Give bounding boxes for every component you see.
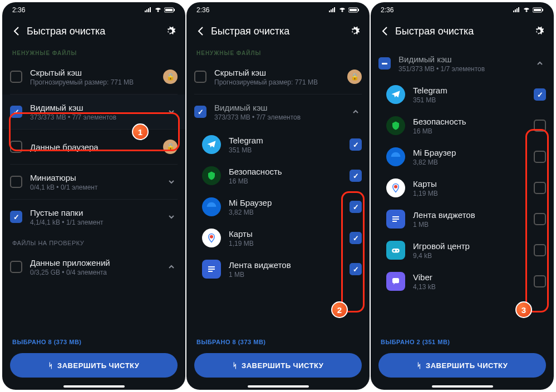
checkbox-empty[interactable] [10,211,22,223]
row-sub: Прогнозируемый размер: 771 MB [30,78,155,86]
app-row-mi-browser[interactable]: Mi Браузер3,82 MB [371,141,554,172]
back-button[interactable] [376,22,395,41]
app-row-maps[interactable]: Карты1,19 MB [371,172,554,204]
app-row-viber[interactable]: Viber4,13 kB [371,266,554,297]
app-name: Карты [229,229,342,239]
svg-rect-10 [208,271,213,272]
svg-rect-1 [165,9,173,11]
finish-button[interactable]: ᛋ ЗАВЕРШИТЬ ЧИСТКУ [10,353,178,378]
checkbox-visible-indeterminate[interactable] [378,57,391,70]
row-visible-cache[interactable]: Видимый кэш 373/373 MB • 7/7 элементов [186,95,370,129]
row-thumbnails[interactable]: Миниатюры 0/4,1 kB • 0/1 элемент [2,165,185,199]
checkbox-app[interactable] [534,88,546,101]
row-visible-cache[interactable]: Видимый кэш 373/373 MB • 7/7 элементов [2,95,185,129]
svg-rect-9 [208,269,215,270]
checkbox-app[interactable] [534,244,546,256]
app-name: Viber [413,272,526,282]
section-junk: НЕНУЖНЫЕ ФАЙЛЫ [186,44,370,59]
settings-button[interactable] [161,22,180,41]
checkbox-app[interactable] [350,232,362,244]
section-review: ФАЙЛЫ НА ПРОВЕРКУ [2,234,185,250]
checkbox-app[interactable] [350,263,362,275]
checkbox-app[interactable] [350,138,362,151]
row-browser-data[interactable]: Данные браузера 🔒 [2,130,185,164]
broom-icon: ᛋ [233,361,238,370]
nav-bar [2,383,185,390]
status-time: 2:36 [12,6,25,14]
settings-button[interactable] [345,22,364,41]
back-icon [380,26,391,37]
status-bar: 2:36 [371,2,554,18]
checkbox-visible[interactable] [194,106,206,118]
back-button[interactable] [192,22,211,41]
checkbox-browser[interactable] [10,141,22,153]
mi-browser-icon [202,197,221,216]
checkbox-hidden[interactable] [10,71,22,83]
checkbox-app[interactable] [534,120,546,132]
wifi-icon [523,7,530,13]
app-name: Карты [413,179,526,188]
app-size: 351 MB [229,146,342,154]
checkbox-app[interactable] [350,201,362,213]
checkbox-appdata[interactable] [10,261,22,273]
row-title: Данные браузера [30,142,155,152]
app-size: 16 MB [229,177,342,185]
app-row-security[interactable]: Безопасность16 MB [186,160,370,191]
content-area: НЕНУЖНЫЕ ФАЙЛЫ Скрытый кэш Прогнозируемы… [186,44,370,333]
app-name: Игровой центр [413,241,526,251]
checkbox-hidden[interactable] [194,71,206,83]
app-size: 16 MB [413,127,526,135]
checkbox-app[interactable] [534,213,546,225]
gear-icon [349,26,360,37]
app-size: 351 MB [413,96,526,104]
finish-button[interactable]: ᛋ ЗАВЕРШИТЬ ЧИСТКУ [194,353,362,378]
finish-button[interactable]: ᛋ ЗАВЕРШИТЬ ЧИСТКУ [378,353,546,378]
app-row-mi-browser[interactable]: Mi Браузер3,82 MB [186,191,370,222]
app-name: Mi Браузер [229,198,342,207]
settings-button[interactable] [529,22,548,41]
row-visible-cache[interactable]: Видимый кэш 351/373 MB • 1/7 элементов [371,44,554,79]
signal-icon [328,7,336,13]
checkbox-thumbs[interactable] [10,176,22,188]
app-row-telegram[interactable]: Telegram351 MB [371,79,554,110]
row-empty-folders[interactable]: Пустые папки 4,1/4,1 kB • 1/1 элемент [2,200,185,234]
app-row-widget-feed[interactable]: Лента виджетов1 MB [186,254,370,285]
lock-icon: 🔒 [163,70,178,84]
status-icons [328,7,360,13]
checkbox-visible[interactable] [10,106,22,118]
app-size: 1,19 MB [229,240,342,247]
checkbox-app[interactable] [534,275,546,287]
row-app-data[interactable]: Данные приложений 0/3,25 GB • 0/4 элемен… [2,250,185,284]
app-name: Лента виджетов [229,260,342,270]
widget-feed-icon [386,210,405,229]
app-row-maps[interactable]: Карты1,19 MB [186,222,370,254]
svg-point-7 [210,235,213,239]
svg-rect-5 [358,9,359,11]
checkbox-app[interactable] [534,182,546,194]
row-title: Данные приложений [30,258,158,267]
checkbox-app[interactable] [534,151,546,163]
row-title: Скрытый кэш [214,68,339,77]
lock-icon: 🔒 [163,140,178,154]
app-name: Безопасность [229,167,342,176]
widget-feed-icon [202,260,221,279]
back-icon [196,26,207,37]
svg-rect-19 [392,249,400,253]
row-sub: 351/373 MB • 1/7 элементов [398,65,526,73]
row-hidden-cache[interactable]: Скрытый кэш Прогнозируемый размер: 771 M… [2,59,185,94]
svg-point-20 [397,250,398,251]
row-title: Пустые папки [30,208,158,217]
back-button[interactable] [8,22,27,41]
telegram-icon [202,135,221,154]
app-row-game-center[interactable]: Игровой центр9,4 kB [371,235,554,266]
row-sub: 0/4,1 kB • 0/1 элемент [30,183,158,191]
checkbox-app[interactable] [350,170,362,182]
svg-rect-8 [208,266,215,267]
app-row-telegram[interactable]: Telegram351 MB [186,129,370,160]
row-hidden-cache[interactable]: Скрытый кэш Прогнозируемый размер: 771 M… [186,59,370,94]
svg-rect-12 [534,9,541,11]
chevron-down-icon [165,178,178,185]
app-name: Mi Браузер [413,148,526,157]
app-row-security[interactable]: Безопасность16 MB [371,110,554,141]
app-row-widget-feed[interactable]: Лента виджетов1 MB [371,204,554,235]
